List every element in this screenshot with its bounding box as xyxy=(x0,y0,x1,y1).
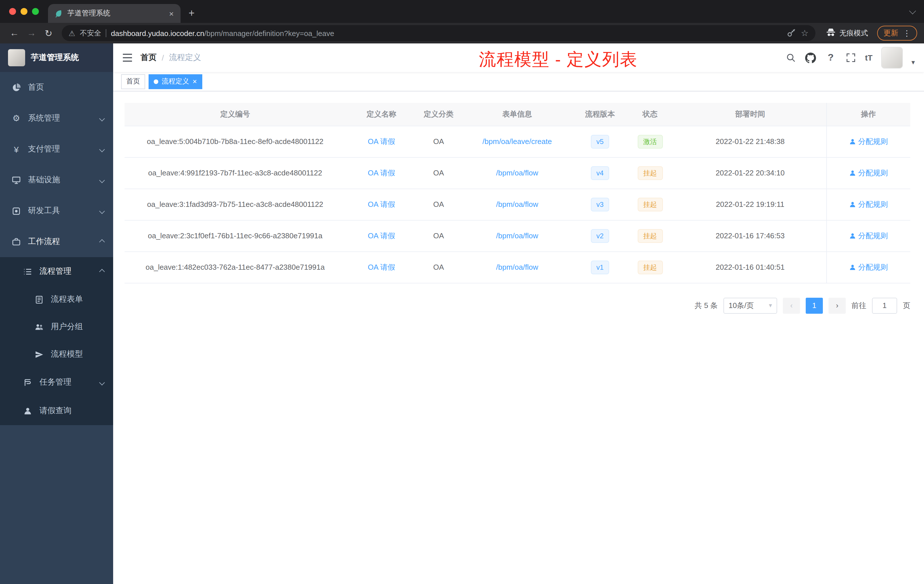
sidebar-item-label: 任务管理 xyxy=(40,377,71,388)
version-tag: v3 xyxy=(591,198,609,211)
sidebar-item-process-management[interactable]: 流程管理 xyxy=(0,257,113,286)
prev-page-button[interactable]: ‹ xyxy=(783,297,800,313)
assign-rule-link[interactable]: 分配规则 xyxy=(849,262,888,272)
browser-menu-icon[interactable]: ⋮ xyxy=(903,28,911,38)
cell-definition-id: oa_leave:1:482ec033-762a-11ec-8477-a2380… xyxy=(125,251,346,283)
definition-name-link[interactable]: OA 请假 xyxy=(368,200,395,208)
col-definition-id: 定义编号 xyxy=(125,103,346,126)
col-form-info: 表单信息 xyxy=(460,103,574,126)
tag-close-icon[interactable]: × xyxy=(193,77,197,86)
definition-name-link[interactable]: OA 请假 xyxy=(368,137,395,145)
goto-page-input[interactable] xyxy=(872,297,897,313)
password-key-icon[interactable] xyxy=(786,28,796,38)
tab-close-icon[interactable]: × xyxy=(168,9,175,18)
document-icon xyxy=(34,295,44,304)
chevron-down-icon xyxy=(99,115,105,121)
monitor-icon xyxy=(12,175,21,185)
help-icon[interactable]: ? xyxy=(825,52,837,63)
tag-process-definition[interactable]: 流程定义 × xyxy=(148,74,202,89)
main-area: 首页 / 流程定义 流程模型 - 定义列表 ? tT xyxy=(113,43,924,584)
tab-search-chevron-icon[interactable] xyxy=(909,7,916,14)
sidebar-item-label: 系统管理 xyxy=(28,113,60,124)
logo-title: 芋道管理系统 xyxy=(31,53,79,63)
definition-name-link[interactable]: OA 请假 xyxy=(368,168,395,177)
fullscreen-icon[interactable] xyxy=(845,52,856,63)
sidebar-item-leave-query[interactable]: 请假查询 xyxy=(0,397,113,425)
sidebar-item-home[interactable]: 首页 xyxy=(0,72,113,103)
window-controls xyxy=(0,8,48,15)
sidebar-item-task-management[interactable]: 任务管理 xyxy=(0,368,113,397)
status-tag: 激活 xyxy=(637,135,663,148)
cell-category: OA xyxy=(417,251,460,283)
col-process-version: 流程版本 xyxy=(574,103,626,126)
sidebar-item-user-group[interactable]: 用户分组 xyxy=(0,313,113,341)
assign-rule-label: 分配规则 xyxy=(858,262,888,272)
omnibox-separator xyxy=(106,29,106,37)
sidebar-item-process-form[interactable]: 流程表单 xyxy=(0,286,113,313)
form-link[interactable]: /bpm/oa/flow xyxy=(496,168,538,177)
tab-favicon-icon xyxy=(54,9,63,18)
minimize-window-button[interactable] xyxy=(21,8,27,15)
sidebar-item-system[interactable]: ⚙ 系统管理 xyxy=(0,103,113,134)
assign-rule-link[interactable]: 分配规则 xyxy=(849,231,888,241)
assign-rule-label: 分配规则 xyxy=(858,168,888,178)
tag-home[interactable]: 首页 xyxy=(121,74,145,89)
incognito-label: 无痕模式 xyxy=(840,28,868,38)
update-chrome-button[interactable]: 更新 ⋮ xyxy=(877,26,917,41)
definition-name-link[interactable]: OA 请假 xyxy=(368,262,395,271)
security-label[interactable]: 不安全 xyxy=(80,28,101,38)
forward-button[interactable]: → xyxy=(24,28,39,38)
sidebar-item-process-model[interactable]: 流程模型 xyxy=(0,341,113,368)
sidebar-item-infrastructure[interactable]: 基础设施 xyxy=(0,165,113,195)
sidebar-item-label: 支付管理 xyxy=(28,144,60,154)
hamburger-icon[interactable] xyxy=(113,53,140,62)
status-tag: 挂起 xyxy=(637,229,663,243)
sidebar-item-payment[interactable]: ¥ 支付管理 xyxy=(0,134,113,165)
form-link[interactable]: /bpm/oa/flow xyxy=(496,263,538,271)
tag-label: 首页 xyxy=(126,77,140,86)
search-icon[interactable] xyxy=(785,52,797,63)
form-link[interactable]: /bpm/oa/flow xyxy=(496,231,538,240)
assign-rule-link[interactable]: 分配规则 xyxy=(849,199,888,210)
sidebar-item-devtools[interactable]: 研发工具 xyxy=(0,195,113,226)
bookmark-star-icon[interactable]: ☆ xyxy=(801,28,808,38)
form-link[interactable]: /bpm/oa/flow xyxy=(496,200,538,209)
col-operations: 操作 xyxy=(826,103,910,126)
col-definition-category: 定义分类 xyxy=(417,103,460,126)
avatar-caret-icon[interactable]: ▾ xyxy=(911,58,915,66)
next-page-button[interactable]: › xyxy=(828,297,846,313)
browser-tab[interactable]: 芋道管理系统 × xyxy=(48,4,181,23)
sidebar-item-label: 流程表单 xyxy=(51,294,83,305)
chevron-up-icon xyxy=(99,269,105,274)
zoom-window-button[interactable] xyxy=(32,8,39,15)
sidebar-item-label: 首页 xyxy=(28,82,44,92)
sidebar-item-label: 工作流程 xyxy=(28,237,60,247)
url-omnibox[interactable]: ⚠ 不安全 dashboard.yudao.iocoder.cn/bpm/man… xyxy=(62,25,815,41)
page-1-button[interactable]: 1 xyxy=(806,297,823,313)
sidebar-item-workflow[interactable]: 工作流程 xyxy=(0,226,113,257)
breadcrumb-home[interactable]: 首页 xyxy=(140,53,157,63)
close-window-button[interactable] xyxy=(9,8,16,15)
new-tab-button[interactable]: + xyxy=(188,7,195,20)
status-tag: 挂起 xyxy=(637,166,663,180)
sidebar: 芋道管理系统 首页 ⚙ 系统管理 ¥ 支付管理 xyxy=(0,43,113,584)
back-button[interactable]: ← xyxy=(7,28,22,38)
definition-name-link[interactable]: OA 请假 xyxy=(368,231,395,240)
app-header: 首页 / 流程定义 流程模型 - 定义列表 ? tT xyxy=(113,43,924,72)
version-tag: v1 xyxy=(591,260,609,274)
sidebar-item-label: 流程管理 xyxy=(40,266,71,277)
page-size-select[interactable]: 10条/页 ▾ xyxy=(723,297,777,313)
breadcrumb-current: 流程定义 xyxy=(169,53,201,63)
assign-rule-link[interactable]: 分配规则 xyxy=(849,136,888,147)
person-icon xyxy=(849,170,856,176)
reload-button[interactable]: ↻ xyxy=(41,28,56,39)
github-icon[interactable] xyxy=(805,52,817,63)
sidebar-item-label: 流程模型 xyxy=(51,349,83,360)
user-avatar[interactable] xyxy=(881,47,903,69)
assign-rule-link[interactable]: 分配规则 xyxy=(849,168,888,178)
cell-definition-id: oa_leave:5:004b710b-7b8a-11ec-8ef0-acde4… xyxy=(125,126,346,157)
form-link[interactable]: /bpm/oa/leave/create xyxy=(483,137,552,146)
table-row: oa_leave:1:482ec033-762a-11ec-8477-a2380… xyxy=(125,251,910,283)
text-size-icon[interactable]: tT xyxy=(865,52,873,63)
sidebar-logo[interactable]: 芋道管理系统 xyxy=(0,43,113,72)
